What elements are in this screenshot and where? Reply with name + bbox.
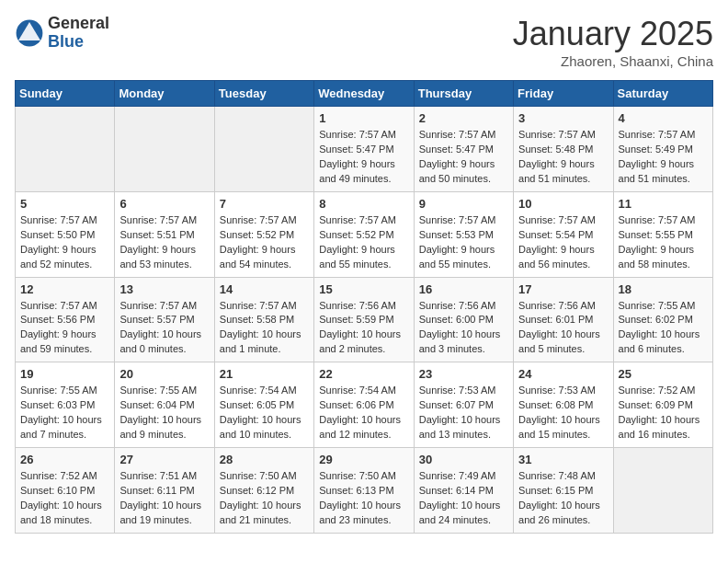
day-number: 26 bbox=[20, 453, 109, 466]
day-cell: 10Sunrise: 7:57 AM Sunset: 5:54 PM Dayli… bbox=[514, 191, 613, 277]
day-cell: 27Sunrise: 7:51 AM Sunset: 6:11 PM Dayli… bbox=[115, 448, 214, 534]
day-number: 19 bbox=[20, 367, 109, 381]
day-info: Sunrise: 7:57 AM Sunset: 5:48 PM Dayligh… bbox=[518, 128, 608, 187]
day-cell: 4Sunrise: 7:57 AM Sunset: 5:49 PM Daylig… bbox=[613, 107, 712, 192]
day-number: 15 bbox=[319, 282, 408, 296]
week-row-1: 1Sunrise: 7:57 AM Sunset: 5:47 PM Daylig… bbox=[16, 107, 713, 192]
day-number: 23 bbox=[419, 367, 508, 381]
day-info: Sunrise: 7:52 AM Sunset: 6:10 PM Dayligh… bbox=[20, 469, 109, 528]
day-info: Sunrise: 7:57 AM Sunset: 5:55 PM Dayligh… bbox=[619, 213, 708, 272]
day-info: Sunrise: 7:57 AM Sunset: 5:56 PM Dayligh… bbox=[20, 299, 109, 358]
day-info: Sunrise: 7:53 AM Sunset: 6:08 PM Dayligh… bbox=[518, 384, 608, 442]
day-number: 21 bbox=[220, 367, 309, 381]
day-cell: 16Sunrise: 7:56 AM Sunset: 6:00 PM Dayli… bbox=[414, 277, 513, 362]
day-number: 5 bbox=[20, 197, 109, 211]
day-cell bbox=[214, 107, 313, 192]
day-cell: 31Sunrise: 7:48 AM Sunset: 6:15 PM Dayli… bbox=[514, 448, 613, 534]
week-row-3: 12Sunrise: 7:57 AM Sunset: 5:56 PM Dayli… bbox=[16, 277, 713, 362]
day-cell: 3Sunrise: 7:57 AM Sunset: 5:48 PM Daylig… bbox=[514, 107, 613, 192]
day-info: Sunrise: 7:50 AM Sunset: 6:12 PM Dayligh… bbox=[220, 469, 309, 528]
day-cell: 30Sunrise: 7:49 AM Sunset: 6:14 PM Dayli… bbox=[414, 448, 513, 534]
day-info: Sunrise: 7:55 AM Sunset: 6:04 PM Dayligh… bbox=[119, 384, 209, 442]
day-number: 7 bbox=[220, 197, 309, 211]
day-info: Sunrise: 7:50 AM Sunset: 6:13 PM Dayligh… bbox=[319, 469, 408, 528]
week-row-2: 5Sunrise: 7:57 AM Sunset: 5:50 PM Daylig… bbox=[16, 191, 713, 277]
logo: General Blue bbox=[15, 15, 109, 52]
weekday-header-friday: Friday bbox=[514, 81, 613, 107]
day-info: Sunrise: 7:57 AM Sunset: 5:53 PM Dayligh… bbox=[419, 213, 508, 272]
day-info: Sunrise: 7:55 AM Sunset: 6:02 PM Dayligh… bbox=[619, 299, 708, 358]
day-number: 29 bbox=[319, 453, 408, 466]
day-cell: 15Sunrise: 7:56 AM Sunset: 5:59 PM Dayli… bbox=[314, 277, 414, 362]
day-cell: 23Sunrise: 7:53 AM Sunset: 6:07 PM Dayli… bbox=[414, 362, 513, 448]
weekday-header-saturday: Saturday bbox=[613, 81, 712, 107]
location: Zhaoren, Shaanxi, China bbox=[513, 53, 713, 69]
week-row-5: 26Sunrise: 7:52 AM Sunset: 6:10 PM Dayli… bbox=[16, 448, 713, 534]
weekday-header-sunday: Sunday bbox=[16, 81, 115, 107]
day-number: 17 bbox=[518, 282, 608, 296]
day-number: 20 bbox=[119, 367, 209, 381]
day-number: 24 bbox=[518, 367, 608, 381]
title-block: January 2025 Zhaoren, Shaanxi, China bbox=[513, 15, 713, 69]
day-cell: 24Sunrise: 7:53 AM Sunset: 6:08 PM Dayli… bbox=[514, 362, 613, 448]
weekday-header-wednesday: Wednesday bbox=[314, 81, 414, 107]
day-cell bbox=[16, 107, 115, 192]
day-number: 22 bbox=[319, 367, 408, 381]
page-header: General Blue January 2025 Zhaoren, Shaan… bbox=[15, 15, 713, 69]
weekday-header-thursday: Thursday bbox=[414, 81, 513, 107]
day-info: Sunrise: 7:56 AM Sunset: 6:01 PM Dayligh… bbox=[518, 299, 608, 358]
day-info: Sunrise: 7:57 AM Sunset: 5:50 PM Dayligh… bbox=[20, 213, 109, 272]
day-number: 13 bbox=[119, 282, 209, 296]
weekday-header-monday: Monday bbox=[115, 81, 214, 107]
day-number: 1 bbox=[319, 111, 408, 125]
day-number: 12 bbox=[20, 282, 109, 296]
day-cell: 29Sunrise: 7:50 AM Sunset: 6:13 PM Dayli… bbox=[314, 448, 414, 534]
day-info: Sunrise: 7:57 AM Sunset: 5:52 PM Dayligh… bbox=[319, 213, 408, 272]
day-number: 10 bbox=[518, 197, 608, 211]
day-number: 14 bbox=[220, 282, 309, 296]
day-cell: 9Sunrise: 7:57 AM Sunset: 5:53 PM Daylig… bbox=[414, 191, 513, 277]
day-info: Sunrise: 7:57 AM Sunset: 5:54 PM Dayligh… bbox=[518, 213, 608, 272]
day-info: Sunrise: 7:56 AM Sunset: 5:59 PM Dayligh… bbox=[319, 299, 408, 358]
day-cell: 25Sunrise: 7:52 AM Sunset: 6:09 PM Dayli… bbox=[613, 362, 712, 448]
day-info: Sunrise: 7:57 AM Sunset: 5:58 PM Dayligh… bbox=[220, 299, 309, 358]
day-info: Sunrise: 7:54 AM Sunset: 6:06 PM Dayligh… bbox=[319, 384, 408, 442]
day-info: Sunrise: 7:52 AM Sunset: 6:09 PM Dayligh… bbox=[619, 384, 708, 442]
day-cell: 18Sunrise: 7:55 AM Sunset: 6:02 PM Dayli… bbox=[613, 277, 712, 362]
day-number: 6 bbox=[119, 197, 209, 211]
day-cell: 2Sunrise: 7:57 AM Sunset: 5:47 PM Daylig… bbox=[414, 107, 513, 192]
day-info: Sunrise: 7:55 AM Sunset: 6:03 PM Dayligh… bbox=[20, 384, 109, 442]
day-info: Sunrise: 7:57 AM Sunset: 5:51 PM Dayligh… bbox=[119, 213, 209, 272]
day-cell: 6Sunrise: 7:57 AM Sunset: 5:51 PM Daylig… bbox=[115, 191, 214, 277]
day-cell: 11Sunrise: 7:57 AM Sunset: 5:55 PM Dayli… bbox=[613, 191, 712, 277]
day-info: Sunrise: 7:48 AM Sunset: 6:15 PM Dayligh… bbox=[518, 469, 608, 528]
day-cell: 21Sunrise: 7:54 AM Sunset: 6:05 PM Dayli… bbox=[214, 362, 313, 448]
day-cell: 8Sunrise: 7:57 AM Sunset: 5:52 PM Daylig… bbox=[314, 191, 414, 277]
logo-icon bbox=[15, 18, 44, 48]
day-cell: 13Sunrise: 7:57 AM Sunset: 5:57 PM Dayli… bbox=[115, 277, 214, 362]
day-number: 27 bbox=[119, 453, 209, 466]
day-info: Sunrise: 7:51 AM Sunset: 6:11 PM Dayligh… bbox=[119, 469, 209, 528]
month-title: January 2025 bbox=[513, 15, 713, 53]
day-cell: 20Sunrise: 7:55 AM Sunset: 6:04 PM Dayli… bbox=[115, 362, 214, 448]
day-cell: 1Sunrise: 7:57 AM Sunset: 5:47 PM Daylig… bbox=[314, 107, 414, 192]
day-number: 2 bbox=[419, 111, 508, 125]
day-info: Sunrise: 7:57 AM Sunset: 5:57 PM Dayligh… bbox=[119, 299, 209, 358]
day-number: 30 bbox=[419, 453, 508, 466]
day-cell bbox=[613, 448, 712, 534]
day-number: 31 bbox=[518, 453, 608, 466]
day-cell: 22Sunrise: 7:54 AM Sunset: 6:06 PM Dayli… bbox=[314, 362, 414, 448]
logo-text: General Blue bbox=[48, 15, 109, 52]
day-info: Sunrise: 7:54 AM Sunset: 6:05 PM Dayligh… bbox=[220, 384, 309, 442]
day-info: Sunrise: 7:57 AM Sunset: 5:47 PM Dayligh… bbox=[319, 128, 408, 187]
day-number: 9 bbox=[419, 197, 508, 211]
week-row-4: 19Sunrise: 7:55 AM Sunset: 6:03 PM Dayli… bbox=[16, 362, 713, 448]
day-info: Sunrise: 7:56 AM Sunset: 6:00 PM Dayligh… bbox=[419, 299, 508, 358]
day-number: 28 bbox=[220, 453, 309, 466]
day-cell: 19Sunrise: 7:55 AM Sunset: 6:03 PM Dayli… bbox=[16, 362, 115, 448]
day-info: Sunrise: 7:49 AM Sunset: 6:14 PM Dayligh… bbox=[419, 469, 508, 528]
day-cell: 5Sunrise: 7:57 AM Sunset: 5:50 PM Daylig… bbox=[16, 191, 115, 277]
day-number: 4 bbox=[619, 111, 708, 125]
day-cell: 12Sunrise: 7:57 AM Sunset: 5:56 PM Dayli… bbox=[16, 277, 115, 362]
day-number: 11 bbox=[619, 197, 708, 211]
